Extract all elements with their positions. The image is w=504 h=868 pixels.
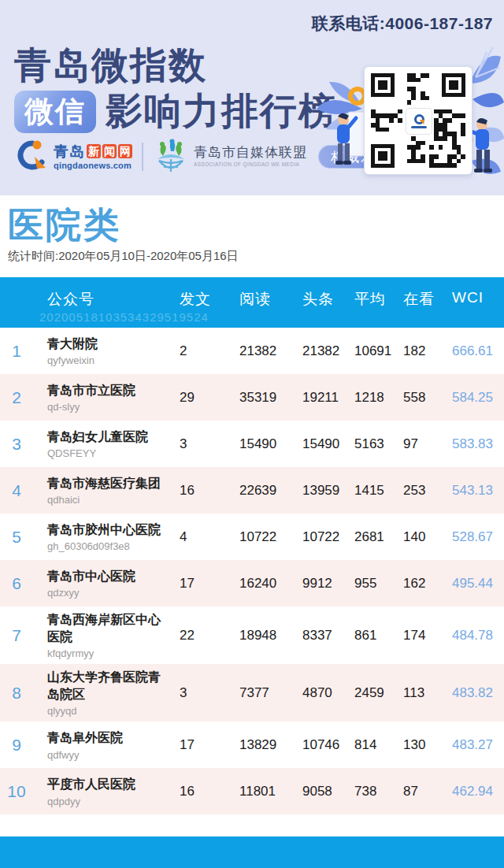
posts-value: 4	[180, 529, 239, 545]
account-cell: 青岛市海慈医疗集团 qdhaici	[47, 475, 180, 506]
reads-value: 22639	[239, 483, 302, 499]
reads-value: 21382	[239, 343, 302, 359]
table-row: 10 平度市人民医院 qdpdyy 16 11801 9058 738 87 4…	[0, 768, 504, 814]
wemedia-league-name: 青岛市自媒体联盟	[194, 146, 307, 159]
table-row: 2 青岛市市立医院 qd-slyy 29 35319 19211 1218 55…	[0, 374, 504, 421]
headline-value: 4870	[302, 685, 354, 701]
rank-number: 3	[0, 435, 47, 454]
wci-value: 462.94	[452, 784, 504, 799]
table-row: 4 青岛市海慈医疗集团 qdhaici 16 22639 13959 1415 …	[0, 467, 504, 514]
qr-illustration	[307, 36, 504, 194]
reads-value: 13829	[239, 737, 302, 753]
logo-divider	[142, 143, 143, 171]
posts-value: 3	[180, 436, 239, 452]
contact-phone: 联系电话:4006-187-187	[312, 13, 493, 35]
account-id: qdzxyy	[47, 587, 172, 599]
account-name: 青岛市中心医院	[47, 568, 172, 585]
account-id: qlyyqd	[47, 705, 172, 717]
average-value: 5163	[354, 436, 403, 452]
headline-value: 19211	[302, 390, 354, 406]
headline-value: 21382	[302, 343, 354, 359]
wci-value: 543.13	[452, 483, 504, 499]
account-name: 青岛妇女儿童医院	[47, 428, 172, 446]
account-id: QDSFEYY	[47, 447, 172, 459]
category-title: 医院类	[8, 202, 121, 249]
main-title-line2: 影响力排行榜	[106, 87, 337, 136]
account-name: 青岛市胶州中心医院	[47, 521, 172, 539]
wci-value: 584.25	[452, 390, 504, 406]
average-value: 2681	[354, 529, 403, 545]
column-header-reads: 阅读	[239, 277, 302, 310]
average-value: 861	[354, 628, 403, 644]
rank-column-spacer	[0, 277, 47, 289]
rank-number: 2	[0, 388, 47, 407]
average-value: 1415	[354, 483, 403, 499]
main-title-line1: 青岛微指数	[14, 41, 207, 91]
column-header-account: 公众号	[47, 277, 180, 310]
wemedia-league-logo-text: 青岛市自媒体联盟 ASSOCIATION OF QINGDAO WE MEDIA	[194, 146, 307, 168]
account-name: 青大附院	[47, 336, 172, 353]
average-value: 814	[354, 737, 403, 753]
looking-value: 87	[403, 784, 452, 799]
table-row: 3 青岛妇女儿童医院 QDSFEYY 3 15490 15490 5163 97…	[0, 421, 504, 467]
account-cell: 青岛西海岸新区中心医院 kfqdyrmyy	[47, 611, 180, 659]
table-row: 9 青岛阜外医院 qdfwyy 17 13829 10746 814 130 4…	[0, 721, 504, 768]
account-cell: 青岛妇女儿童医院 QDSFEYY	[47, 428, 180, 460]
qingdaonews-name-block: 闻	[102, 144, 117, 158]
watermark-number: 20200518103534329519524	[39, 310, 209, 324]
qr-finder-icon	[371, 144, 395, 168]
bottom-bar	[0, 836, 504, 868]
account-name: 青岛阜外医院	[47, 729, 172, 747]
qingdaonews-name-block: 新	[87, 144, 101, 158]
rank-number: 8	[0, 684, 47, 703]
rank-number: 9	[0, 736, 47, 755]
account-cell: 青大附院 qyfyweixin	[47, 336, 180, 367]
qr-code	[364, 66, 472, 175]
account-name: 青岛市市立医院	[47, 382, 172, 399]
table-header: 公众号 发文 阅读 头条 平均 在看 WCI 20200518103534329…	[0, 277, 504, 328]
looking-value: 113	[403, 685, 452, 701]
wechat-badge: 微信	[14, 91, 96, 133]
wci-value: 528.67	[452, 529, 504, 545]
wci-value: 484.78	[452, 628, 504, 644]
rank-number: 10	[0, 782, 47, 801]
rank-number: 6	[0, 574, 47, 593]
account-cell: 青岛市胶州中心医院 gh_60306d09f3e8	[47, 521, 180, 553]
looking-value: 253	[403, 483, 452, 499]
posts-value: 2	[180, 343, 239, 359]
headline-value: 10746	[302, 737, 354, 753]
qingdaonews-logo-text: 青岛 新 闻 网 qingdaonews.com	[54, 144, 132, 170]
wci-value: 483.27	[452, 737, 504, 753]
account-name: 青岛市海慈医疗集团	[47, 475, 172, 492]
average-value: 2459	[354, 685, 403, 701]
column-header-wci: WCI	[452, 277, 504, 306]
posts-value: 17	[180, 576, 239, 592]
posts-value: 17	[180, 737, 239, 753]
reads-value: 10722	[239, 529, 302, 545]
table-row: 7 青岛西海岸新区中心医院 kfqdyrmyy 22 18948 8337 86…	[0, 606, 504, 664]
ranking-poster: 联系电话:4006-187-187 青岛微指数 微信 影响力排行榜 青岛 新 闻…	[0, 0, 504, 868]
column-header-looking: 在看	[403, 277, 452, 310]
looking-value: 162	[403, 576, 452, 592]
wemedia-league-subtitle: ASSOCIATION OF QINGDAO WE MEDIA	[194, 162, 307, 168]
category-section: 医院类 统计时间:2020年05月10日-2020年05月16日	[0, 195, 504, 277]
looking-value: 97	[403, 436, 452, 452]
qr-finder-icon	[371, 73, 395, 97]
looking-value: 130	[403, 737, 452, 753]
headline-value: 8337	[302, 628, 354, 644]
reads-value: 16240	[239, 576, 302, 592]
headline-value: 10722	[302, 529, 354, 545]
account-cell: 山东大学齐鲁医院青岛院区 qlyyqd	[47, 669, 180, 717]
wci-value: 483.82	[452, 685, 504, 701]
average-value: 955	[354, 576, 403, 592]
average-value: 10691	[354, 343, 403, 359]
account-id: qd-slyy	[47, 401, 172, 413]
account-cell: 青岛市市立医院 qd-slyy	[47, 382, 180, 414]
headline-value: 15490	[302, 436, 354, 452]
qingdaonews-name-block: 网	[118, 144, 132, 158]
rank-number: 7	[0, 626, 47, 645]
wci-value: 583.83	[452, 436, 504, 452]
looking-value: 140	[403, 529, 452, 545]
column-header-posts: 发文	[180, 277, 239, 310]
wemedia-league-logo-icon	[153, 139, 189, 175]
